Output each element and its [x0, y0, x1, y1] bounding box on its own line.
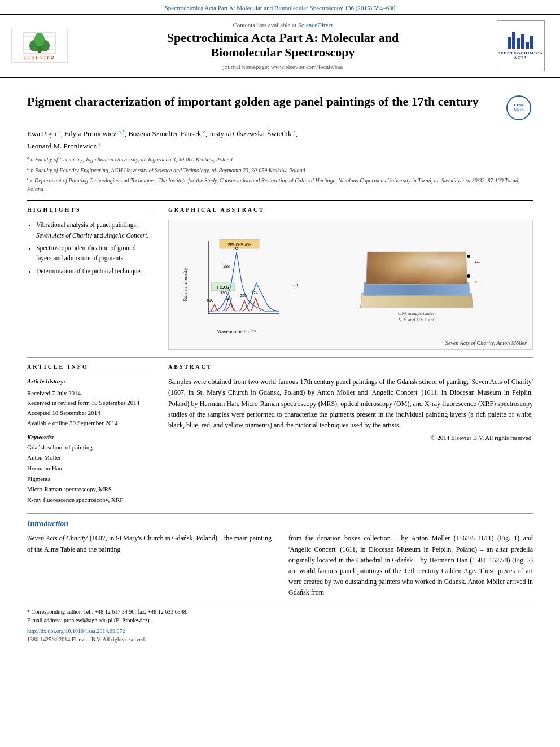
highlights-list: Vibrational analysis of panel paintings;… [27, 220, 151, 276]
svg-text:195: 195 [220, 291, 227, 295]
intro-col2-text: from the donation boxes collection – by … [288, 533, 533, 598]
received-date: Received 7 July 2014 [27, 388, 151, 399]
keyword-2: Anton Möller [27, 453, 151, 463]
authors-line: Ewa Pięta a, Edyta Proniewicz b,*, Bożen… [27, 128, 533, 152]
highlight-item-1: Vibrational analysis of panel paintings;… [36, 220, 151, 241]
highlight-item-3: Determination of the pictorial technique… [36, 266, 151, 276]
main-content: Pigment characterization of important go… [0, 78, 560, 643]
article-info-column: ARTICLE INFO Article history: Received 7… [27, 364, 151, 505]
article-dates: Received 7 July 2014 Received in revised… [27, 388, 151, 428]
spectrochimica-logo: SPECTROCHIMICAACTA [497, 20, 545, 71]
highlights-column: HIGHLIGHTS Vibrational analysis of panel… [27, 207, 151, 350]
elsevier-logo: ELSEVIER [11, 29, 73, 63]
graphical-abstract-heading: GRAPHICAL ABSTRACT [168, 207, 533, 215]
keyword-6: X-ray fluorescence spectroscopy, XRF [27, 495, 151, 505]
svg-text:250: 250 [240, 294, 247, 298]
svg-point-4 [34, 33, 45, 46]
keyword-5: Micro-Raman spectroscopy, MRS [27, 484, 151, 495]
introduction-col-right: from the donation boxes collection – by … [288, 533, 533, 598]
abstract-text: Samples were obtained from two world-fam… [168, 377, 533, 431]
introduction-heading: Introduction [27, 519, 533, 528]
accepted-date: Accepted 18 September 2014 [27, 408, 151, 418]
graphical-abstract-column: GRAPHICAL ABSTRACT Raman intensity [168, 207, 533, 350]
introduction-columns: 'Seven Acts of Charity' (1607, in St Mar… [27, 533, 533, 598]
thick-divider [27, 200, 533, 201]
abstract-copyright: © 2014 Elsevier B.V. All rights reserved… [168, 434, 533, 441]
svg-text:32: 32 [234, 247, 239, 251]
article-info-abstract-section: ARTICLE INFO Article history: Received 7… [27, 364, 533, 505]
abstract-heading: ABSTRACT [168, 364, 533, 372]
article-info-content: Article history: Received 7 July 2014 Re… [27, 377, 151, 505]
article-info-heading: ARTICLE INFO [27, 364, 151, 372]
keyword-4: Pigments [27, 474, 151, 484]
keywords-list: Gdańsk school of painting Anton Möller H… [27, 443, 151, 505]
om-label: OM images underVIS and UV light [398, 311, 435, 324]
svg-text:2PbO·SnO₂: 2PbO·SnO₂ [228, 242, 251, 247]
crossmark-icon: CrossMark [506, 95, 531, 120]
svg-text:288: 288 [223, 264, 230, 268]
svg-text:224: 224 [251, 291, 258, 295]
layer-arrow-top: ← [474, 257, 482, 267]
footnotes-section: * Corresponding author. Tel.: +48 12 617… [27, 604, 533, 624]
highlights-heading: HIGHLIGHTS [27, 207, 151, 215]
article-title-section: Pigment characterization of important go… [27, 87, 533, 122]
journal-top-citation: Spectrochimica Acta Part A: Molecular an… [0, 0, 560, 14]
section-divider-2 [27, 513, 533, 514]
introduction-col-left: 'Seven Acts of Charity' (1607, in St Mar… [27, 533, 272, 598]
affiliations: a a Faculty of Chemistry, Jagiellonian U… [27, 155, 533, 193]
journal-homepage: journal homepage: www.elsevier.com/locat… [85, 63, 481, 70]
copyright-footer: 1386-1425/© 2014 Elsevier B.V. All right… [27, 636, 533, 643]
keyword-1: Gdańsk school of painting [27, 443, 151, 453]
graphical-abstract-caption: Seven Acts of Charity, Anton Möller [445, 340, 527, 346]
journal-header: ELSEVIER Contents lists available at Sci… [0, 14, 560, 78]
graphical-abstract-image: Raman intensity 2PbO·SnO₂ [168, 220, 533, 350]
article-title: Pigment characterization of important go… [27, 94, 493, 110]
keywords-label: Keywords: [27, 433, 151, 443]
doi-link[interactable]: http://dx.doi.org/10.1016/j.saa.2014.09.… [27, 628, 533, 634]
journal-logo-right: SPECTROCHIMICAACTA [492, 20, 549, 71]
keywords-section: Keywords: Gdańsk school of painting Anto… [27, 433, 151, 505]
available-date: Available online 30 September 2014 [27, 418, 151, 429]
y-axis-label: Raman intensity [182, 268, 188, 302]
highlights-graphical-section: HIGHLIGHTS Vibrational analysis of panel… [27, 207, 533, 350]
layer-arrow-bottom: ← [474, 277, 482, 286]
svg-text:407: 407 [226, 297, 233, 301]
x-axis-label: Wavenumber/cm⁻¹ [191, 329, 282, 334]
crossmark: CrossMark [505, 94, 533, 122]
keyword-3: Hermann Han [27, 464, 151, 474]
contents-line: Contents lists available at ScienceDirec… [85, 21, 481, 28]
corresponding-author: * Corresponding author. Tel.: +48 12 617… [27, 608, 533, 616]
svg-text:610: 610 [207, 298, 213, 302]
highlight-item-2: Spectroscopic identification of ground l… [36, 243, 151, 264]
logo-bars [508, 32, 533, 49]
arrow-icon: → [290, 279, 300, 291]
intro-col1-text: 'Seven Acts of Charity' (1607, in St Mar… [27, 533, 272, 554]
email-address: E-mail address: proniewi@agh.edu.pl (E. … [27, 616, 533, 624]
journal-center-info: Contents lists available at ScienceDirec… [85, 21, 481, 71]
sciencedirect-link[interactable]: ScienceDirect [298, 21, 333, 28]
journal-title: Spectrochimica Acta Part A: Molecular an… [85, 30, 481, 60]
revised-date: Received in revised form 10 September 20… [27, 398, 151, 408]
svg-text:Fe₂O₃: Fe₂O₃ [217, 285, 229, 290]
section-divider-1 [27, 357, 533, 358]
history-label: Article history: [27, 377, 151, 387]
introduction-section: Introduction 'Seven Acts of Charity' (16… [27, 519, 533, 598]
abstract-column: ABSTRACT Samples were obtained from two … [168, 364, 533, 505]
spectrum-chart: 2PbO·SnO₂ Fe₂O₃ [191, 235, 282, 325]
